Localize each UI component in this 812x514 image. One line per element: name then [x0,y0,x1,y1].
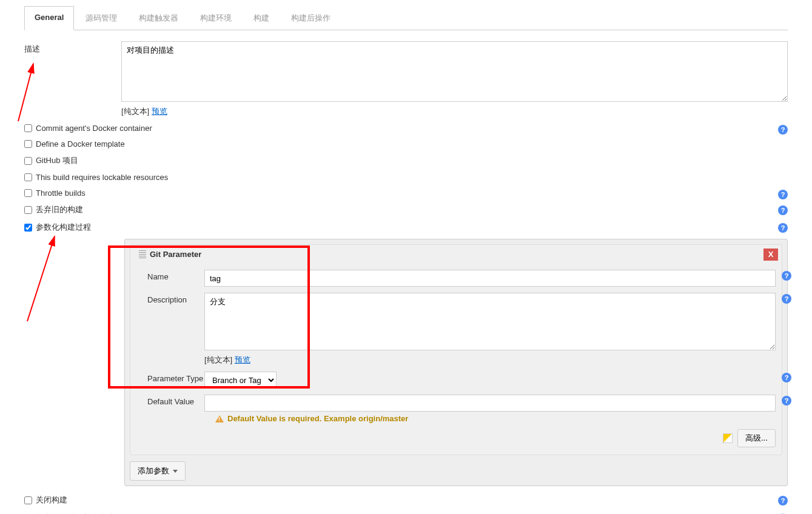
label-throttle: Throttle builds [36,189,86,198]
param-preview-link[interactable]: 预览 [235,355,250,364]
param-default-label: Default Value [136,395,204,412]
tab-post[interactable]: 构建后操作 [281,6,341,30]
checkbox-lockable[interactable] [24,173,32,181]
help-icon[interactable]: ? [778,190,788,199]
checkbox-docker-container[interactable] [24,124,32,132]
checkbox-disable-build[interactable] [24,496,32,504]
label-docker-template: Define a Docker template [36,139,125,149]
param-desc-label: Description [136,293,204,365]
param-name-input[interactable] [204,270,776,287]
close-parameter-button[interactable]: X [763,249,778,261]
config-tabs: General 源码管理 构建触发器 构建环境 构建 构建后操作 [24,6,788,30]
param-default-input[interactable] [204,395,776,412]
help-icon[interactable]: ? [782,373,791,382]
help-icon[interactable]: ? [778,125,788,135]
param-name-label: Name [136,270,204,287]
tab-source[interactable]: 源码管理 [75,6,127,30]
advanced-button[interactable]: 高级... [737,429,776,447]
tab-general[interactable]: General [24,6,74,30]
git-parameter-box: X Git Parameter Name ? Description 分支 [纯… [130,244,782,455]
tab-triggers[interactable]: 构建触发器 [129,6,189,30]
tab-env[interactable]: 构建环境 [190,6,242,30]
param-type-select[interactable]: Branch or Tag [204,372,277,389]
label-discard-old: 丢弃旧的构建 [36,204,83,215]
label-lockable: This build requires lockable resources [36,173,168,182]
help-icon[interactable]: ? [778,223,788,233]
edit-icon [723,433,733,443]
checkbox-throttle[interactable] [24,189,32,197]
help-icon[interactable]: ? [782,396,791,406]
param-desc-textarea[interactable]: 分支 [204,293,776,350]
drag-handle-icon[interactable] [139,250,146,259]
param-plain-text: [纯文本] [204,355,232,364]
help-icon[interactable]: ? [778,205,788,215]
warning-text: Default Value is required. Example origi… [227,414,408,423]
warning-icon [215,415,224,422]
checkbox-parameterized[interactable] [24,224,32,232]
help-icon[interactable]: ? [778,496,788,506]
add-parameter-button[interactable]: 添加参数 [130,461,186,481]
chevron-down-icon [173,470,178,473]
parameter-section: X Git Parameter Name ? Description 分支 [纯… [124,239,788,486]
label-github-project: GitHub 项目 [36,155,78,166]
plain-text-label: [纯文本] [121,107,149,116]
label-disable-build: 关闭构建 [36,495,67,506]
preview-link[interactable]: 预览 [152,107,167,116]
svg-line-1 [27,236,55,321]
label-docker-container: Commit agent's Docker container [36,124,152,133]
description-textarea[interactable]: 对项目的描述 [121,41,788,102]
checkbox-github-project[interactable] [24,157,32,165]
help-icon[interactable]: ? [782,271,791,281]
description-label: 描述 [24,41,121,117]
param-type-label: Parameter Type [136,372,204,389]
git-parameter-title: Git Parameter [150,250,201,259]
label-parameterized: 参数化构建过程 [36,222,91,233]
tab-build[interactable]: 构建 [243,6,280,30]
checkbox-docker-template[interactable] [24,140,32,148]
help-icon[interactable]: ? [782,294,791,304]
checkbox-discard-old[interactable] [24,206,32,214]
